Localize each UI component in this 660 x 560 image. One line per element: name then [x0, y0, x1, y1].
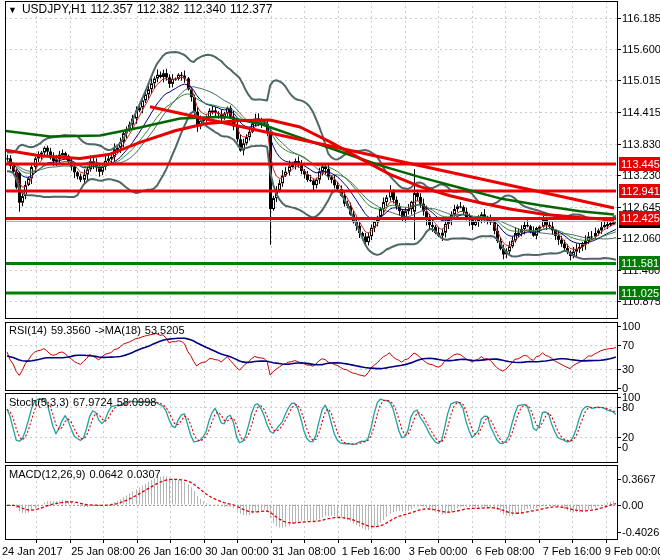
- macd-value-main: 0.0642: [89, 468, 123, 480]
- stoch-indicator-label: Stoch(5,3,3)67.972458.0998: [9, 396, 160, 408]
- ohlc-close: 112.377: [230, 2, 273, 16]
- macd-indicator-label: MACD(12,26,9)0.06420.0307: [9, 468, 165, 480]
- stoch-value-signal: 58.0998: [117, 396, 157, 408]
- macd-name: MACD(12,26,9): [9, 468, 85, 480]
- stoch-value-main: 67.9724: [73, 396, 113, 408]
- rsi-indicator-label: RSI(14)59.3560->MA(18)53.5205: [9, 324, 189, 336]
- macd-value-signal: 0.0307: [127, 468, 161, 480]
- chart-title: ▼USDJPY,H1112.357112.382112.340112.377: [8, 2, 276, 16]
- chart-dropdown-icon[interactable]: ▼: [8, 5, 17, 15]
- rsi-value: 59.3560: [51, 324, 91, 336]
- symbol-period-label: USDJPY,H1: [22, 2, 86, 16]
- ohlc-high: 112.382: [137, 2, 180, 16]
- mt4-chart-window: ▼USDJPY,H1112.357112.382112.340112.377 R…: [0, 0, 660, 560]
- rsi-name: RSI(14): [9, 324, 47, 336]
- rsi-ma-value: 53.5205: [145, 324, 185, 336]
- rsi-ma-name: ->MA(18): [95, 324, 141, 336]
- ohlc-open: 112.357: [90, 2, 133, 16]
- ohlc-low: 112.340: [183, 2, 226, 16]
- stoch-name: Stoch(5,3,3): [9, 396, 69, 408]
